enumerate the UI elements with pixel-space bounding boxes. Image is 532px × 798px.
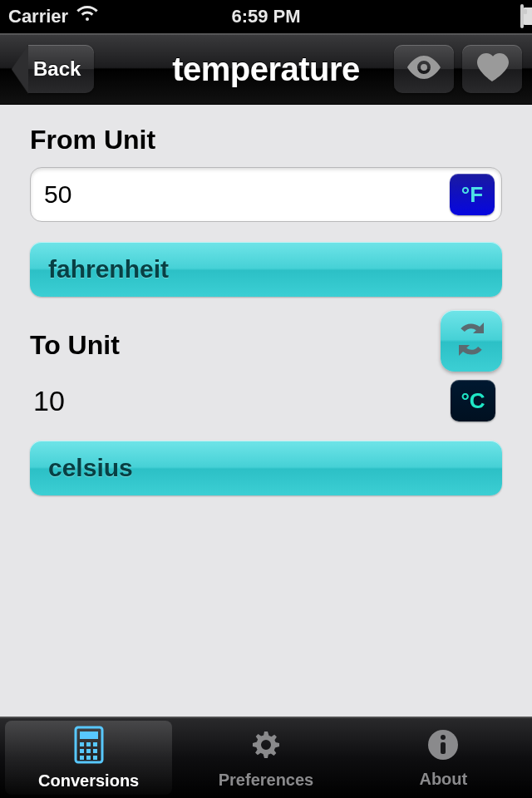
- to-unit-name: celsius: [48, 454, 133, 482]
- info-icon: [426, 727, 461, 766]
- clock: 6:59 PM: [231, 6, 300, 27]
- tab-label: Preferences: [219, 771, 314, 790]
- to-value: 10: [33, 385, 65, 417]
- from-unit-badge[interactable]: °F: [450, 174, 495, 215]
- heart-icon: [475, 53, 509, 85]
- content-area: From Unit °F fahrenheit To Unit 10 °C ce…: [0, 105, 532, 717]
- svg-point-12: [441, 735, 446, 740]
- page-title: temperature: [172, 51, 360, 88]
- svg-rect-3: [86, 742, 91, 746]
- tab-about[interactable]: About: [355, 717, 532, 798]
- svg-rect-7: [93, 749, 97, 753]
- svg-rect-13: [441, 742, 446, 754]
- to-section-label: To Unit: [30, 330, 502, 361]
- svg-rect-4: [93, 742, 97, 746]
- nav-bar: Back temperature: [0, 33, 532, 105]
- tab-label: Conversions: [38, 771, 139, 791]
- to-unit-badge[interactable]: °C: [451, 380, 495, 421]
- to-output-row: 10 °C: [30, 377, 502, 424]
- from-value-input[interactable]: [44, 180, 450, 209]
- svg-rect-10: [93, 756, 97, 760]
- svg-rect-5: [80, 749, 84, 753]
- battery-icon: [520, 6, 524, 27]
- svg-rect-6: [86, 749, 91, 753]
- to-unit-selector[interactable]: celsius: [30, 441, 502, 495]
- swap-button[interactable]: [441, 310, 502, 372]
- tab-preferences[interactable]: Preferences: [177, 717, 354, 798]
- visibility-button[interactable]: [394, 45, 454, 93]
- swap-icon: [453, 321, 490, 361]
- wifi-icon: [76, 6, 98, 27]
- tab-label: About: [419, 770, 467, 789]
- from-input-row: °F: [30, 167, 502, 222]
- tab-bar: Conversions Preferences About: [0, 717, 532, 798]
- svg-rect-8: [80, 756, 84, 760]
- from-unit-name: fahrenheit: [48, 255, 169, 283]
- back-button-label: Back: [28, 45, 94, 93]
- svg-rect-9: [86, 756, 91, 760]
- tab-conversions[interactable]: Conversions: [0, 717, 177, 798]
- eye-icon: [406, 56, 442, 82]
- carrier-label: Carrier: [8, 6, 68, 27]
- back-button[interactable]: Back: [12, 45, 94, 93]
- calculator-icon: [72, 726, 106, 768]
- svg-rect-2: [80, 742, 84, 746]
- gear-icon: [248, 727, 284, 767]
- favorite-button[interactable]: [462, 45, 522, 93]
- from-section-label: From Unit: [30, 125, 502, 155]
- from-unit-selector[interactable]: fahrenheit: [30, 242, 502, 297]
- svg-rect-1: [80, 732, 98, 739]
- status-bar: Carrier 6:59 PM: [0, 0, 532, 33]
